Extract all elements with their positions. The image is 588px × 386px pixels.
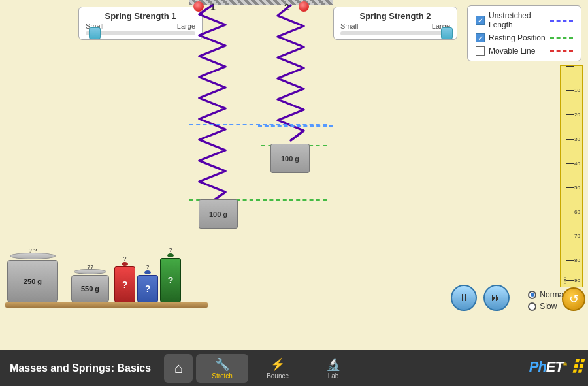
legend-item-resting[interactable]: ✓ Resting Position [476,33,573,42]
speed-slow-label: Slow [540,302,557,311]
pause-button[interactable]: ⏸ [451,285,477,311]
app-title: Masses and Springs: Basics [0,362,161,374]
legend-line-resting [550,37,573,39]
unknown-mass-green-body: ? [160,258,181,302]
bounce-tab-label: Bounce [267,372,289,379]
ruler-label-30: 30 [574,136,580,142]
shelf-mass-250-qmarks: ? ? [29,248,37,254]
shelf-plank [5,302,208,308]
unknown-mass-red-qmark: ? [123,255,126,262]
spring2-small-label: Small [340,22,359,30]
ruler-label-20: 20 [574,112,580,118]
ruler-label-10: 10 [574,88,580,93]
unknown-mass-blue[interactable]: ? ? [137,264,158,302]
hanging-mass-1-label: 100 g [209,210,227,218]
speed-slow-option[interactable]: Slow [528,302,565,311]
bounce-tab-icon: ⚡ [270,357,285,372]
step-button[interactable]: ⏭ [483,285,510,311]
legend-checkbox-movable[interactable] [476,46,485,56]
unknown-mass-green[interactable]: ? ? [160,247,181,302]
spring2-slider[interactable] [340,31,450,35]
shelf-mass-550-label: 550 g [81,285,99,293]
phet-dot: ® [563,362,566,368]
hanging-mass-2-label: 100 g [281,155,299,163]
reset-icon: ↺ [569,292,579,306]
home-button[interactable]: ⌂ [164,354,193,383]
speed-controls: Normal Slow [528,290,565,311]
ruler-tick-10 [566,90,574,91]
spring1-thumb[interactable] [89,27,101,39]
unknown-mass-green-qmark: ? [169,247,172,253]
reset-button[interactable]: ↺ [562,287,585,311]
phet-ph: Ph [529,359,546,375]
bottom-navigation-bar: Masses and Springs: Basics ⌂ 🔧 Stretch ⚡… [0,350,588,386]
spring1-large-label: Large [177,22,195,30]
spring1-dot [193,1,204,12]
ruler-tick-20 [566,114,574,115]
ruler-tick-0 [566,66,574,67]
legend-checkbox-unstretched[interactable]: ✓ [476,16,485,25]
legend-label-resting: Resting Position [489,33,550,42]
simulation-area: Spring Strength 1 Small Large Spring Str… [0,0,588,350]
spring1-slider[interactable] [86,31,195,35]
unknown-mass-red-body: ? [114,266,135,302]
lab-tab-icon: 🔬 [326,357,340,372]
stretch-tab-icon: 🔧 [215,357,229,372]
legend-panel: ✓ Unstretched Length ✓ Resting Position … [467,5,581,61]
legend-line-movable [550,50,573,52]
ruler-label-70: 70 [574,233,580,239]
legend-label-unstretched: Unstretched Length [489,11,550,29]
spring2-panel: Spring Strength 2 Small Large [333,7,457,40]
phet-et: ET [546,359,563,375]
tab-bounce[interactable]: ⚡ Bounce [252,354,304,383]
ruler-label-50: 50 [574,184,580,190]
speed-slow-radio[interactable] [528,302,536,311]
tab-stretch[interactable]: 🔧 Stretch [196,354,248,383]
spring2-title: Spring Strength 2 [340,11,450,21]
pause-icon: ⏸ [459,292,469,304]
unknown-mass-blue-top [144,270,151,274]
springs-svg [176,0,340,274]
ruler-tick-70 [566,236,574,236]
hanging-mass-2[interactable]: 100 g [270,144,310,173]
ruler-label-40: 40 [574,160,580,166]
legend-checkbox-resting[interactable]: ✓ [476,33,485,42]
unknown-mass-red[interactable]: ? ? [114,255,135,302]
step-icon: ⏭ [491,292,502,304]
spring2-thumb[interactable] [441,27,453,39]
legend-line-unstretched [550,20,573,22]
unknown-mass-green-top [167,253,174,257]
shelf-mass-550-body: 550 g [71,275,109,302]
unknown-mass-red-top [122,262,128,266]
tab-lab[interactable]: 🔬 Lab [307,354,359,383]
unknown-mass-blue-qmark: ? [146,264,149,270]
speed-normal-option[interactable]: Normal [528,290,565,299]
phet-logo: PhET® ⠿ [529,357,583,379]
hanging-mass-1[interactable]: 100 g [199,199,238,229]
spring-label-2: 2 [284,2,289,12]
ruler-tick-50 [566,187,574,188]
ruler-tick-60 [566,212,574,212]
legend-item-unstretched[interactable]: ✓ Unstretched Length [476,11,573,29]
ruler-tick-30 [566,139,574,140]
home-icon: ⌂ [174,360,182,377]
spring2-coil [278,5,304,140]
stretch-tab-label: Stretch [212,372,233,379]
unknown-mass-blue-body: ? [137,275,158,302]
shelf-mass-550[interactable]: ?? 550 g [71,269,110,302]
spring1-coil [199,5,225,201]
shelf-mass-250-body: 250 g [7,260,58,302]
shelf-mass-250-label: 250 g [24,278,42,285]
unstretched-line-2 [258,125,333,127]
spring1-title: Spring Strength 1 [86,11,195,21]
ruler-label-60: 60 [574,209,580,215]
unknown-mass-group: ? ? ? ? ? ? [114,247,181,302]
phet-dots-icon: ⠿ [570,358,583,378]
playback-controls: ⏸ ⏭ [451,285,510,311]
spring1-panel: Spring Strength 1 Small Large [78,7,203,40]
spring2-dot [299,1,309,12]
speed-normal-radio[interactable] [528,291,536,299]
legend-label-movable: Movable Line [489,46,550,56]
shelf-mass-250[interactable]: ? ? 250 g [7,253,59,302]
legend-item-movable[interactable]: Movable Line [476,46,573,56]
